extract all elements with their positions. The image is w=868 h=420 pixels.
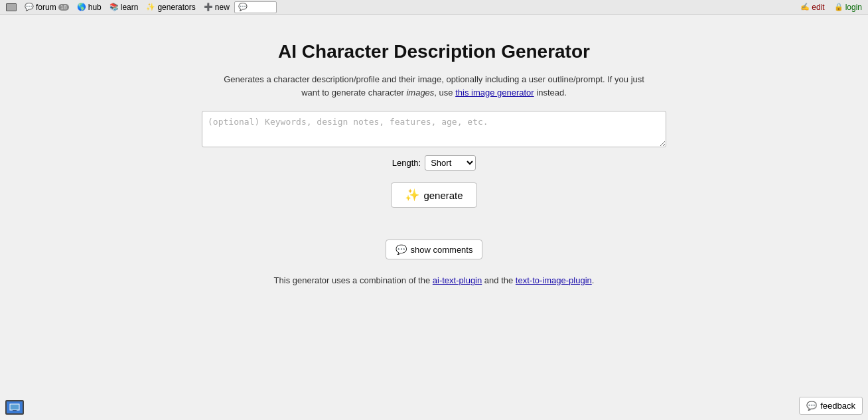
feedback-icon: 💬 bbox=[806, 401, 817, 411]
login-icon: 🔒 bbox=[834, 3, 843, 12]
plugin-info-middle: and the bbox=[482, 275, 516, 285]
forum-badge: 18 bbox=[58, 4, 69, 11]
top-navigation: 💬 forum 18 🌎 hub 📚 learn ✨ generators ➕ … bbox=[0, 0, 868, 15]
svg-rect-1 bbox=[13, 410, 17, 411]
page-title: AI Character Description Generator bbox=[278, 41, 590, 62]
nav-label-forum: forum bbox=[36, 3, 56, 12]
feedback-button[interactable]: 💬 feedback bbox=[799, 397, 863, 415]
nav-item-aichat[interactable]: 💬 ai chat bbox=[234, 1, 277, 13]
nav-item-hub[interactable]: 🌎 hub bbox=[74, 2, 105, 13]
main-content: AI Character Description Generator Gener… bbox=[0, 15, 868, 285]
bottom-left-area bbox=[5, 400, 24, 415]
length-label: Length: bbox=[392, 158, 421, 168]
screen-icon bbox=[6, 3, 17, 11]
plugin-info: This generator uses a combination of the… bbox=[274, 275, 595, 285]
nav-label-learn: learn bbox=[121, 3, 139, 12]
plugin-info-after: . bbox=[592, 275, 595, 285]
nav-item-new[interactable]: ➕ new bbox=[200, 2, 233, 13]
length-row: Length: Short Medium Long bbox=[392, 155, 476, 171]
page-description: Generates a character description/profil… bbox=[222, 73, 646, 99]
nav-label-generators: generators bbox=[157, 3, 195, 12]
nav-item-login[interactable]: 🔒 login bbox=[831, 2, 865, 13]
nav-item-generators[interactable]: ✨ generators bbox=[143, 2, 198, 13]
generators-icon: ✨ bbox=[146, 3, 155, 12]
show-comments-label: show comments bbox=[411, 245, 473, 255]
feedback-label: feedback bbox=[820, 401, 855, 411]
nav-label-new: new bbox=[215, 3, 230, 12]
nav-label-edit: edit bbox=[812, 3, 824, 12]
image-generator-link[interactable]: this image generator bbox=[455, 88, 534, 98]
nav-item-forum[interactable]: 💬 forum 18 bbox=[21, 2, 72, 13]
generate-button-label: generate bbox=[423, 190, 463, 201]
hub-icon: 🌎 bbox=[77, 3, 86, 12]
sparkle-icon: ✨ bbox=[405, 188, 419, 202]
new-icon: ➕ bbox=[204, 3, 213, 12]
text-to-image-plugin-link[interactable]: text-to-image-plugin bbox=[516, 275, 592, 285]
edit-icon: ✍ bbox=[800, 3, 810, 12]
topnav-right: ✍ edit 🔒 login bbox=[797, 2, 865, 13]
desc-middle: , use bbox=[434, 88, 455, 98]
bottom-screen-icon[interactable] bbox=[5, 400, 24, 415]
nav-label-login: login bbox=[845, 3, 862, 12]
generate-button[interactable]: ✨ generate bbox=[391, 182, 476, 208]
learn-icon: 📚 bbox=[109, 3, 119, 12]
nav-label-aichat: ai chat bbox=[250, 3, 273, 12]
svg-rect-0 bbox=[10, 404, 19, 410]
topnav-left: 💬 forum 18 🌎 hub 📚 learn ✨ generators ➕ … bbox=[3, 1, 277, 13]
screen-icon-nav[interactable] bbox=[3, 3, 20, 12]
aichat-icon: 💬 bbox=[238, 3, 248, 12]
screen-svg bbox=[9, 403, 20, 411]
desc-italic: images bbox=[406, 88, 434, 98]
nav-item-learn[interactable]: 📚 learn bbox=[106, 2, 142, 13]
forum-icon: 💬 bbox=[25, 3, 34, 12]
desc-after: instead. bbox=[534, 88, 567, 98]
plugin-info-before: This generator uses a combination of the bbox=[274, 275, 433, 285]
show-comments-button[interactable]: 💬 show comments bbox=[386, 240, 483, 259]
length-select[interactable]: Short Medium Long bbox=[425, 155, 476, 171]
comment-icon: 💬 bbox=[396, 244, 407, 255]
ai-text-plugin-link[interactable]: ai-text-plugin bbox=[433, 275, 482, 285]
nav-label-hub: hub bbox=[88, 3, 102, 12]
nav-item-edit[interactable]: ✍ edit bbox=[797, 2, 828, 13]
keywords-input[interactable] bbox=[202, 111, 666, 147]
